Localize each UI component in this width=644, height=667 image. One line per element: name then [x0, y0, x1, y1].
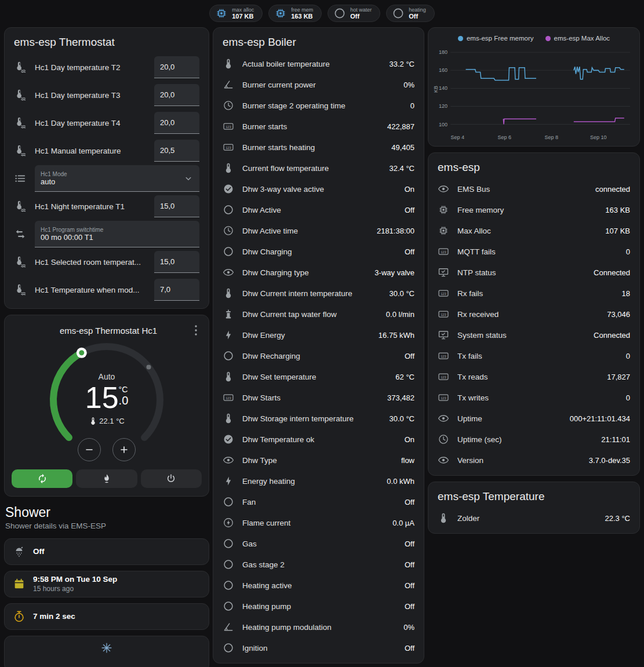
- sensor-row[interactable]: Dhw Active Off: [213, 199, 424, 220]
- control-text: Hc1 Program switchtime 00 mo 00:00 T1: [41, 227, 194, 242]
- sensor-icon: [223, 58, 234, 70]
- sensor-row[interactable]: Energy heating 0.0 kWh: [213, 471, 424, 491]
- sensor-row[interactable]: Dhw Type flow: [213, 450, 424, 471]
- entity-control[interactable]: 15,0: [154, 251, 199, 273]
- legend-item[interactable]: ems-esp Free memory: [458, 35, 534, 42]
- control-text: 20,0: [160, 90, 194, 99]
- sensor-row[interactable]: 123 MQTT fails 0: [428, 241, 639, 262]
- sensor-row[interactable]: Dhw Energy 16.75 kWh: [213, 325, 424, 345]
- sensor-row[interactable]: Uptime (sec) 21:11:01: [428, 429, 639, 450]
- more-options-button[interactable]: [189, 323, 203, 337]
- shower-card[interactable]: 9:58 PM on Tue 10 Sep 15 hours ago: [4, 571, 209, 597]
- entity-control[interactable]: 7,0: [154, 279, 199, 301]
- sensor-row[interactable]: 123 Rx fails 18: [428, 283, 639, 304]
- sensor-row[interactable]: Dhw Active time 2181:38:00: [213, 220, 424, 241]
- sensor-label: Dhw Recharging: [242, 352, 396, 360]
- entity-control[interactable]: 15,0: [154, 195, 199, 217]
- shower-card[interactable]: Off: [4, 538, 209, 565]
- sensor-value: Off: [405, 560, 414, 569]
- entity-row: Hc1 Manual temperature 20,5: [5, 137, 209, 165]
- sensor-value: Off: [405, 498, 414, 506]
- badge[interactable]: free mem 163 KB: [268, 5, 322, 22]
- sensor-row[interactable]: Heating active Off: [213, 575, 424, 596]
- entity-control[interactable]: 20,0: [154, 56, 199, 78]
- sensor-row[interactable]: Burner stage 2 operating time 0: [213, 95, 424, 116]
- badge[interactable]: max alloc 107 KB: [209, 5, 263, 22]
- sensor-row[interactable]: Uptime 000+21:11:01.434: [428, 408, 639, 429]
- entity-control[interactable]: Hc1 Program switchtime 00 mo 00:00 T1: [35, 221, 199, 247]
- sensor-row[interactable]: Dhw Charging Off: [213, 241, 424, 262]
- entity-row: Hc1 Day temperature T4 20,0: [5, 109, 209, 137]
- sensor-row[interactable]: Dhw Current tap water flow 0.0 l/min: [213, 304, 424, 325]
- hvac-mode-button[interactable]: [12, 469, 72, 488]
- sensor-icon: [223, 350, 234, 362]
- sensor-row[interactable]: System status Connected: [428, 325, 639, 345]
- sensor-row[interactable]: Dhw Current intern temperature 30.0 °C: [213, 283, 424, 304]
- badges: max alloc 107 KB free mem 163 KB hot wat…: [209, 5, 435, 22]
- sensor-row[interactable]: 123 Tx writes 0: [428, 387, 639, 408]
- entity-control[interactable]: 20,5: [154, 140, 199, 162]
- entity-row: Hc1 Night temperature T1 15,0: [5, 192, 209, 220]
- sensor-row[interactable]: Heating pump Off: [213, 596, 424, 617]
- memory-history-chart[interactable]: 100120140160180Sep 4Sep 6Sep 8Sep 10KB: [433, 43, 635, 144]
- sensor-row[interactable]: Free memory 163 KB: [428, 199, 639, 220]
- sensor-row[interactable]: Dhw Temperature ok On: [213, 429, 424, 450]
- sensor-row[interactable]: Dhw Charging type 3-way valve: [213, 262, 424, 283]
- sensor-row[interactable]: Current flow temperature 32.4 °C: [213, 158, 424, 178]
- sensor-row[interactable]: Flame current 0.0 µA: [213, 512, 424, 533]
- sensor-row[interactable]: Dhw 3-way valve active On: [213, 178, 424, 199]
- chart-legend: ems-esp Free memory ems-esp Max Alloc: [433, 31, 635, 43]
- shower-card-icon: [13, 610, 26, 623]
- badge-text: max alloc 107 KB: [232, 7, 254, 20]
- sensor-row[interactable]: 123 Rx received 73,046: [428, 304, 639, 325]
- sensor-icon: [438, 183, 449, 195]
- entity-control[interactable]: Hc1 Mode auto: [35, 165, 199, 192]
- legend-item[interactable]: ems-esp Max Alloc: [545, 35, 610, 42]
- svg-text:Sep 8: Sep 8: [544, 134, 558, 140]
- hvac-mode-button[interactable]: [141, 469, 202, 488]
- legend-dot: [545, 36, 551, 41]
- right-column: ems-esp Free memory ems-esp Max Alloc 10…: [428, 27, 640, 534]
- sensor-row[interactable]: Dhw Storage intern temperature 30.0 °C: [213, 408, 424, 429]
- sensor-row[interactable]: Gas stage 2 Off: [213, 554, 424, 575]
- sensor-row[interactable]: Version 3.7.0-dev.35: [428, 450, 639, 471]
- entity-icon: [14, 200, 27, 213]
- partial-card[interactable]: [4, 636, 209, 667]
- sensor-row[interactable]: Heating pump modulation 0%: [213, 617, 424, 637]
- sensor-row[interactable]: Dhw Set temperature 62 °C: [213, 366, 424, 387]
- sensor-row[interactable]: 123 Dhw Starts 373,482: [213, 387, 424, 408]
- sensor-row[interactable]: 123 Burner starts heating 49,405: [213, 137, 424, 158]
- sensor-row[interactable]: NTP status Connected: [428, 262, 639, 283]
- sensor-row[interactable]: Dhw Recharging Off: [213, 345, 424, 366]
- shower-card[interactable]: 7 min 2 sec: [4, 603, 209, 630]
- hvac-mode-button[interactable]: [76, 469, 137, 488]
- badge[interactable]: heating Off: [386, 5, 435, 22]
- sensor-row[interactable]: EMS Bus connected: [428, 178, 639, 199]
- card-title: ems-esp: [428, 153, 639, 178]
- sensor-row[interactable]: Gas Off: [213, 533, 424, 554]
- sensor-value: 000+21:11:01.434: [570, 414, 630, 423]
- chevron-down-icon: [183, 173, 194, 184]
- entity-control[interactable]: 20,0: [154, 84, 199, 106]
- sensor-row[interactable]: Max Alloc 107 KB: [428, 220, 639, 241]
- badge[interactable]: hot water Off: [328, 5, 380, 22]
- sensor-icon: [223, 579, 234, 591]
- sensor-label: Gas stage 2: [242, 560, 396, 569]
- sensor-label: Free memory: [457, 206, 597, 214]
- sensor-row[interactable]: 123 Tx fails 0: [428, 345, 639, 366]
- sensor-row[interactable]: 123 Tx reads 17,827: [428, 366, 639, 387]
- thermostat-dial[interactable]: Auto 15 °C .0 22.1 °C: [42, 340, 172, 455]
- sensor-row[interactable]: 123 Burner starts 422,887: [213, 116, 424, 137]
- entity-control[interactable]: 20,0: [154, 112, 199, 134]
- dial-card-title: ems-esp Thermostat Hc1: [28, 326, 189, 336]
- sensor-icon: [223, 621, 234, 633]
- sensor-row[interactable]: Ignition Off: [213, 637, 424, 658]
- sensor-row[interactable]: Actual boiler temperature 33.2 °C: [213, 53, 424, 74]
- card-title: ems-esp Thermostat: [5, 28, 209, 53]
- sensor-row[interactable]: Burner current power 0%: [213, 74, 424, 95]
- sensor-icon: [223, 329, 234, 341]
- sensor-row[interactable]: Fan Off: [213, 491, 424, 512]
- sensor-row[interactable]: Zolder 22.3 °C: [428, 508, 639, 529]
- badge-icon: [215, 7, 228, 20]
- badge-value: Off: [350, 13, 372, 20]
